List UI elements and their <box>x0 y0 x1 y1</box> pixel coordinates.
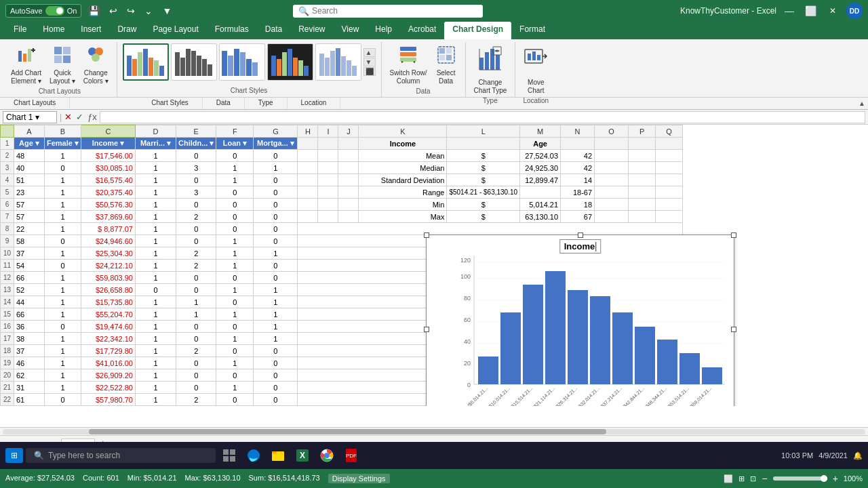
cell-f6[interactable]: 0 <box>216 199 254 211</box>
close-icon[interactable]: ✕ <box>825 4 841 18</box>
cell-d10[interactable]: 1 <box>135 247 176 260</box>
add-chart-element-button[interactable]: Add ChartElement ▾ <box>8 43 44 87</box>
cell-f21[interactable]: 1 <box>216 382 254 394</box>
cell-d7[interactable]: 1 <box>135 211 176 223</box>
scroll-area[interactable]: A B C D E F G H I J K L M N O P Q <box>0 125 868 406</box>
tab-format[interactable]: Format <box>511 22 553 39</box>
cell-d1[interactable]: Marri... ▾ <box>135 138 176 150</box>
cell-f2[interactable]: 0 <box>216 150 254 162</box>
chart-title-input[interactable]: Income <box>559 239 601 253</box>
cell-b14[interactable]: 1 <box>45 296 81 308</box>
cell-c11[interactable]: $24,212.10 <box>81 260 135 272</box>
cell-g19[interactable]: 0 <box>254 357 298 369</box>
cell-a14[interactable]: 44 <box>14 296 45 308</box>
edge-icon[interactable] <box>243 445 264 466</box>
cell-c4[interactable]: $16,575.40 <box>81 174 135 186</box>
cell-a8[interactable]: 22 <box>14 223 45 235</box>
col-header-f[interactable]: F <box>216 125 254 138</box>
cell-b2[interactable]: 1 <box>45 150 81 162</box>
cell-e3[interactable]: 3 <box>176 162 216 174</box>
cell-e14[interactable]: 1 <box>176 296 216 308</box>
chart-bar-2[interactable] <box>500 312 521 384</box>
cell-g1[interactable]: Mortga... ▾ <box>254 138 298 150</box>
pdf-icon[interactable]: PDF <box>340 445 362 466</box>
taskbar-search[interactable]: 🔍 Type here to search <box>26 448 216 463</box>
cell-c3[interactable]: $30,085.10 <box>81 162 135 174</box>
chrome-icon[interactable] <box>316 445 338 466</box>
cell-g7[interactable]: 0 <box>254 211 298 223</box>
page-layout-icon[interactable]: ⊞ <box>738 474 745 483</box>
cell-g11[interactable]: 0 <box>254 260 298 272</box>
collapse-icon[interactable]: ▲ <box>859 100 865 107</box>
col-header-j[interactable]: J <box>338 125 359 138</box>
quick-layout-button[interactable]: QuickLayout ▾ <box>47 43 78 87</box>
cell-b11[interactable]: 0 <box>45 260 81 272</box>
file-explorer-icon[interactable] <box>267 445 289 466</box>
cell-c13[interactable]: $26,658.80 <box>81 284 135 296</box>
cell-b4[interactable]: 1 <box>45 174 81 186</box>
cell-c10[interactable]: $25,304.30 <box>81 247 135 260</box>
cell-e13[interactable]: 0 <box>176 284 216 296</box>
cell-b22[interactable]: 0 <box>45 394 81 406</box>
move-chart-button[interactable]: MoveChart <box>521 43 551 97</box>
cell-e10[interactable]: 2 <box>176 247 216 260</box>
tab-file[interactable]: File <box>5 22 35 39</box>
name-box[interactable]: Chart 1 ▾ <box>3 111 57 123</box>
task-view-icon[interactable] <box>218 445 240 466</box>
cell-g3[interactable]: 1 <box>254 162 298 174</box>
save-icon[interactable]: 💾 <box>85 4 102 18</box>
cell-a6[interactable]: 57 <box>14 199 45 211</box>
cell-e21[interactable]: 0 <box>176 382 216 394</box>
handle-mr[interactable] <box>731 327 736 332</box>
chart-bar-11[interactable] <box>702 367 722 384</box>
handle-tm[interactable] <box>578 232 583 238</box>
select-data-button[interactable]: SelectData <box>433 43 460 87</box>
cell-a21[interactable]: 31 <box>14 382 45 394</box>
chart-bar-10[interactable] <box>679 353 700 384</box>
cell-e18[interactable]: 2 <box>176 345 216 357</box>
cell-a9[interactable]: 58 <box>14 235 45 247</box>
cell-g9[interactable]: 0 <box>254 235 298 247</box>
confirm-formula-icon[interactable]: ✓ <box>76 112 83 122</box>
cell-b21[interactable]: 1 <box>45 382 81 394</box>
cell-a7[interactable]: 57 <box>14 211 45 223</box>
cell-g16[interactable]: 1 <box>254 321 298 333</box>
change-chart-type-button[interactable]: ChangeChart Type <box>471 43 510 97</box>
cell-d14[interactable]: 1 <box>135 296 176 308</box>
col-header-c[interactable]: C <box>81 125 135 138</box>
autosave-toggle[interactable] <box>45 6 64 16</box>
cancel-formula-icon[interactable]: ✕ <box>64 112 72 122</box>
tab-formulas[interactable]: Formulas <box>207 22 257 39</box>
cell-d18[interactable]: 1 <box>135 345 176 357</box>
cell-a19[interactable]: 46 <box>14 357 45 369</box>
cell-d8[interactable]: 1 <box>135 223 176 235</box>
chart-style-4[interactable] <box>267 43 313 81</box>
chart-style-3[interactable] <box>219 43 265 81</box>
cell-e4[interactable]: 0 <box>176 174 216 186</box>
normal-view-icon[interactable]: ⬜ <box>724 474 733 483</box>
cell-f15[interactable]: 1 <box>216 308 254 321</box>
horizontal-scrollbar[interactable] <box>0 427 868 435</box>
cell-b13[interactable]: 1 <box>45 284 81 296</box>
cell-a17[interactable]: 38 <box>14 333 45 345</box>
col-header-e[interactable]: E <box>176 125 216 138</box>
tab-help[interactable]: Help <box>367 22 400 39</box>
cell-g12[interactable]: 0 <box>254 272 298 284</box>
cell-e19[interactable]: 0 <box>176 357 216 369</box>
col-header-h[interactable]: H <box>298 125 318 138</box>
change-colors-button[interactable]: ChangeColors ▾ <box>81 43 111 87</box>
cell-f9[interactable]: 1 <box>216 235 254 247</box>
cell-b17[interactable]: 1 <box>45 333 81 345</box>
cell-c7[interactable]: $37,869.60 <box>81 211 135 223</box>
handle-tl[interactable] <box>424 232 429 238</box>
excel-taskbar-icon[interactable]: X <box>292 445 313 466</box>
name-box-dropdown[interactable]: ▾ <box>35 113 39 122</box>
cell-d19[interactable]: 1 <box>135 357 176 369</box>
cell-c1[interactable]: Income ▾ <box>81 138 135 150</box>
chart-bar-9[interactable] <box>657 340 677 384</box>
tab-page-layout[interactable]: Page Layout <box>144 22 206 39</box>
cell-c20[interactable]: $26,909.20 <box>81 369 135 382</box>
formula-input[interactable] <box>100 111 865 123</box>
cell-c15[interactable]: $55,204.70 <box>81 308 135 321</box>
cell-e6[interactable]: 0 <box>176 199 216 211</box>
